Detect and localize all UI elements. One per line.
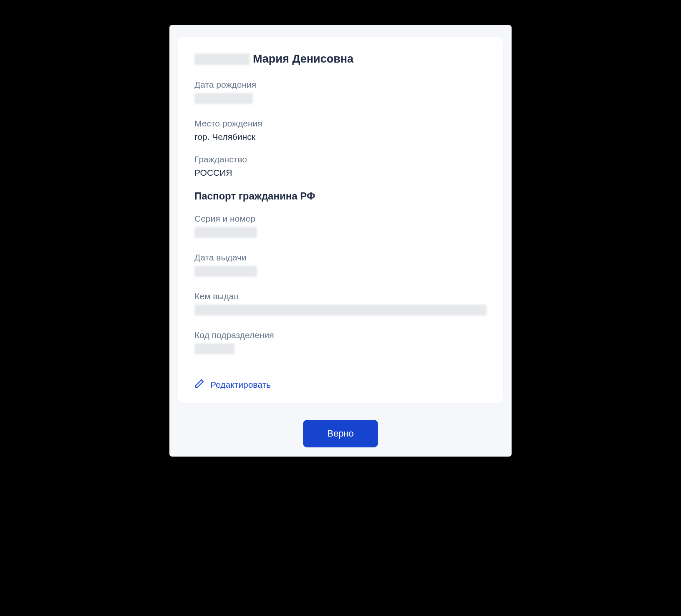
field-citizenship: Гражданство РОССИЯ [194, 154, 487, 178]
person-name: Мария Денисовна [253, 53, 353, 66]
citizenship-label: Гражданство [194, 154, 487, 164]
field-department-code: Код подразделения [194, 330, 487, 356]
confirm-row: Верно [178, 403, 503, 457]
redacted-department-code [194, 343, 235, 354]
person-card: Мария Денисовна Дата рождения Место рожд… [178, 37, 503, 403]
redacted-issue-date [194, 266, 257, 277]
redacted-issued-by [194, 305, 487, 316]
field-birth-date: Дата рождения [194, 80, 487, 106]
redacted-birth-date [194, 93, 253, 104]
series-number-label: Серия и номер [194, 214, 487, 224]
birth-date-label: Дата рождения [194, 80, 487, 90]
series-number-value [194, 227, 487, 240]
birth-date-value [194, 93, 487, 106]
field-series-number: Серия и номер [194, 214, 487, 240]
confirm-button[interactable]: Верно [303, 420, 378, 447]
field-birth-place: Место рождения гор. Челябинск [194, 119, 487, 142]
edit-button[interactable]: Редактировать [194, 379, 271, 391]
field-issued-by: Кем выдан [194, 291, 487, 318]
passport-section-title: Паспорт гражданина РФ [194, 190, 487, 202]
birth-place-value: гор. Челябинск [194, 132, 487, 142]
divider [194, 369, 487, 369]
redacted-series-number [194, 227, 257, 238]
edit-label: Редактировать [210, 380, 271, 390]
issued-by-value [194, 305, 487, 318]
issue-date-label: Дата выдачи [194, 252, 487, 263]
person-name-row: Мария Денисовна [194, 53, 487, 66]
issued-by-label: Кем выдан [194, 291, 487, 301]
department-code-label: Код подразделения [194, 330, 487, 340]
department-code-value [194, 343, 487, 356]
redacted-surname [194, 53, 250, 65]
pencil-icon [194, 379, 204, 391]
issue-date-value [194, 266, 487, 279]
page-container: Мария Денисовна Дата рождения Место рожд… [169, 25, 512, 457]
birth-place-label: Место рождения [194, 119, 487, 129]
field-issue-date: Дата выдачи [194, 252, 487, 279]
citizenship-value: РОССИЯ [194, 168, 487, 178]
